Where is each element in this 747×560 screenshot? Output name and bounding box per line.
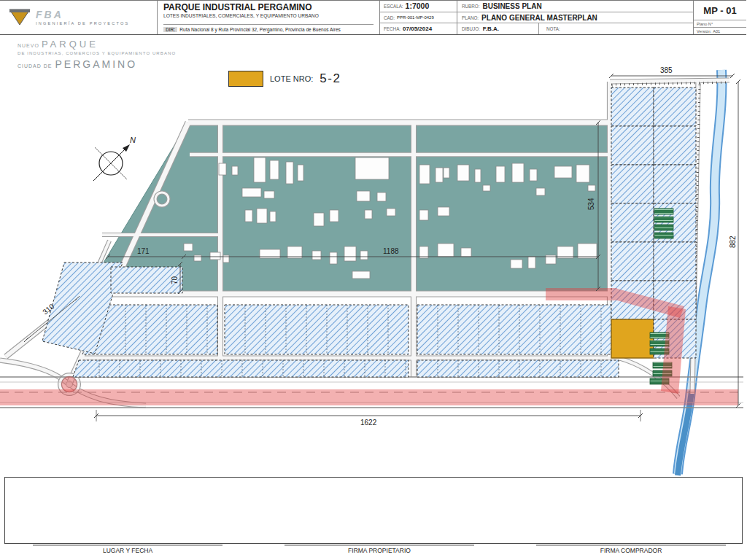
building-footprint xyxy=(419,210,428,220)
watermark-parque: PARQUE xyxy=(42,39,98,50)
sheet-cell: MP - 01 Plano N° Versión: A01 xyxy=(693,1,746,34)
road-casing xyxy=(0,360,67,383)
lot-cell xyxy=(654,165,696,203)
building-footprint xyxy=(219,163,226,175)
lot-cell xyxy=(611,242,654,281)
building-footprint xyxy=(360,251,368,260)
escala-label: ESCALA: xyxy=(384,4,403,9)
building-footprint xyxy=(194,255,201,261)
building-footprint xyxy=(365,210,372,219)
plano-n-label: Plano N° xyxy=(697,22,713,26)
fecha-label: FECHA: xyxy=(384,26,400,31)
building-footprint xyxy=(536,188,545,195)
cad-value: PPR-001-MP-0429 xyxy=(397,15,434,20)
building-footprint xyxy=(496,166,505,182)
info-cell: RUBRO: BUSINESS PLAN PLANO: PLANO GENERA… xyxy=(457,1,693,34)
watermark-pergamino: PERGAMINO xyxy=(55,58,138,70)
building-footprint xyxy=(184,244,193,251)
version-value: A01 xyxy=(713,29,720,34)
building-footprint xyxy=(461,248,471,257)
building-footprint xyxy=(270,160,279,179)
red-overlay-access-road xyxy=(546,288,617,300)
lot-cell xyxy=(611,165,654,203)
lot-legend-label: LOTE NRO: xyxy=(270,74,313,83)
nota-cell: NOTA: xyxy=(542,23,565,34)
dim-171: 171 xyxy=(137,247,150,255)
building-footprint xyxy=(483,185,490,191)
dibujo-value: F.B.A. xyxy=(483,26,499,32)
lot-cell xyxy=(654,126,696,165)
park-watermark: NUEVOPARQUE DE INDUSTRIAS, COMERCIOS Y E… xyxy=(18,36,176,71)
watermark-ciudad: CIUDAD DE xyxy=(18,63,53,69)
green-building xyxy=(654,225,673,230)
fecha-row: FECHA: 07/05/2024 xyxy=(380,23,457,34)
building-footprint xyxy=(298,165,303,181)
watermark-line3: CIUDAD DEPERGAMINO xyxy=(18,57,176,71)
building-footprint xyxy=(588,185,595,191)
plano-row: PLANO: PLANO GENERAL MASTERPLAN xyxy=(457,12,693,24)
building-footprint xyxy=(312,251,321,260)
building-footprint xyxy=(528,257,535,268)
building-footprint xyxy=(387,209,395,216)
building-footprint xyxy=(578,244,597,258)
green-building xyxy=(654,233,673,238)
plano-value: PLANO GENERAL MASTERPLAN xyxy=(481,14,597,22)
building-footprint xyxy=(554,166,572,178)
building-footprint xyxy=(444,168,449,178)
green-building xyxy=(654,209,673,214)
title-block: FBA INGENIERÍA DE PROYECTOS PARQUE INDUS… xyxy=(0,0,746,35)
lot-legend-value: 5-2 xyxy=(320,71,341,86)
hatched-lot-block xyxy=(225,305,409,354)
dir-row: DIR: Ruta Nacional 8 y Ruta Provincial 3… xyxy=(163,24,374,34)
version-label: Versión: xyxy=(697,29,711,34)
building-footprint xyxy=(438,244,454,257)
compass-north-label: N xyxy=(130,136,136,144)
dir-value: Ruta Nacional 8 y Ruta Provincial 32, Pe… xyxy=(179,27,340,32)
building-footprint xyxy=(254,158,266,182)
red-overlay-highway xyxy=(0,389,738,405)
dim-385: 385 xyxy=(660,66,673,74)
dibujo-label: DIBUJO: xyxy=(462,26,480,31)
building-footprint xyxy=(270,211,276,222)
building-footprint xyxy=(357,191,370,201)
building-footprint xyxy=(264,191,274,198)
dim-882: 882 xyxy=(729,236,737,248)
fba-logo-icon xyxy=(9,9,31,26)
building-footprint xyxy=(419,165,430,184)
north-compass: N xyxy=(93,136,136,181)
building-footprint xyxy=(314,213,324,226)
dir-label: DIR: xyxy=(163,27,177,32)
dibujo-nota-row: DIBUJO: F.B.A. NOTA: xyxy=(457,23,693,34)
lot-cell xyxy=(611,203,654,242)
building-footprint xyxy=(330,252,337,264)
building-footprint xyxy=(223,255,229,262)
signature-owner: FIRMA PROPIETARIO xyxy=(285,545,474,554)
escala-value: 1:7000 xyxy=(406,1,430,10)
hatched-lot-block xyxy=(73,360,409,377)
building-footprint xyxy=(232,166,238,175)
version-row: Versión: A01 xyxy=(694,27,746,34)
masterplan-drawing: 385 534 882 1188 171 70 310 1622 N xyxy=(0,0,747,560)
signature-box xyxy=(4,477,743,544)
building-footprint xyxy=(242,188,261,197)
signature-place-date: LUGAR Y FECHA xyxy=(33,545,222,554)
cad-row: CAD: PPR-001-MP-0429 xyxy=(380,12,457,24)
dim-70: 70 xyxy=(171,276,179,284)
rubro-row: RUBRO: BUSINESS PLAN xyxy=(457,1,693,12)
road-surface xyxy=(610,80,729,82)
dibujo-cell: DIBUJO: F.B.A. xyxy=(457,23,539,34)
building-footprint xyxy=(355,158,389,179)
building-footprint xyxy=(530,169,537,181)
building-footprint xyxy=(344,246,356,261)
building-footprint xyxy=(245,210,252,222)
watermark-nuevo: NUEVO xyxy=(18,43,39,48)
building-footprint xyxy=(286,162,293,184)
watermark-line2: DE INDUSTRIAS, COMERCIOS Y EQUIPAMIENTO … xyxy=(18,51,176,57)
logo-fba: FBA xyxy=(36,9,130,20)
lot-legend: LOTE NRO: 5-2 xyxy=(228,71,341,87)
dim-1622: 1622 xyxy=(360,419,377,427)
project-title-cell: PARQUE INDUSTRIAL PERGAMINO LOTES INDUST… xyxy=(157,1,379,34)
sheet-number: MP - 01 xyxy=(694,1,746,20)
logo-subtitle: INGENIERÍA DE PROYECTOS xyxy=(36,21,130,26)
rubro-label: RUBRO: xyxy=(462,4,480,9)
